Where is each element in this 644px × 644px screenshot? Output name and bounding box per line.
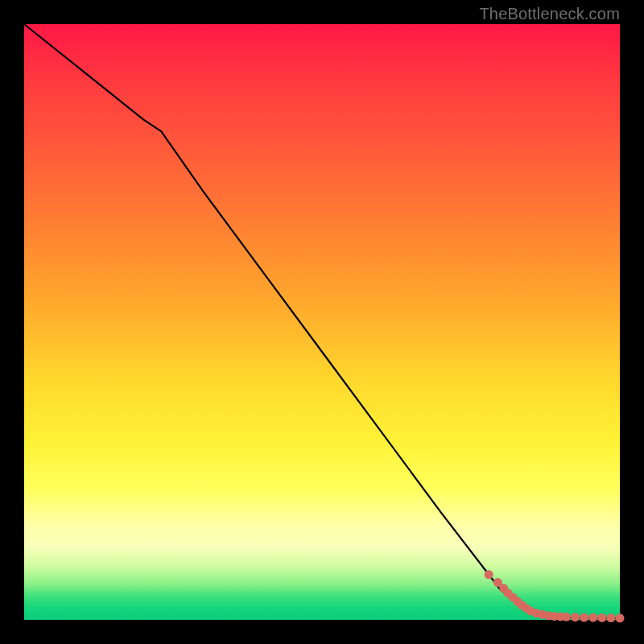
data-point <box>571 613 580 621</box>
data-point <box>606 613 615 622</box>
plot-area <box>24 24 620 620</box>
series-points <box>485 570 625 622</box>
chart-overlay <box>24 24 620 620</box>
data-point <box>588 613 597 622</box>
data-point <box>562 613 571 621</box>
data-point <box>485 570 493 579</box>
chart-frame: TheBottleneck.com <box>0 0 644 644</box>
data-point <box>597 613 606 622</box>
data-point <box>616 613 625 622</box>
attribution-label: TheBottleneck.com <box>479 5 620 23</box>
series-curve <box>24 24 620 618</box>
data-point <box>580 613 588 622</box>
